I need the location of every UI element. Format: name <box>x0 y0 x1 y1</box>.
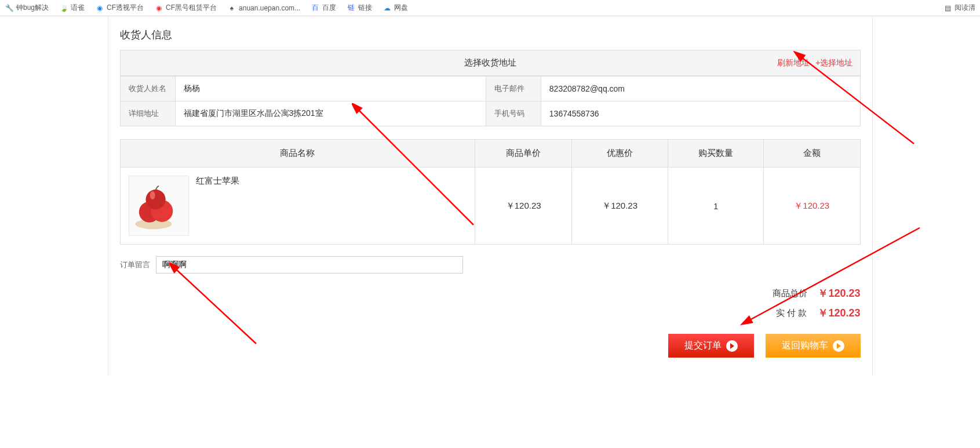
recipient-address-value: 福建省厦门市湖里区水晶公寓3拣201室 <box>175 101 486 126</box>
product-name-text: 红富士苹果 <box>196 176 239 187</box>
section-title-recipient: 收货人信息 <box>120 28 861 42</box>
recipient-phone-value: 13674558736 <box>541 101 860 126</box>
bookmark-icon: 百 <box>311 3 320 13</box>
bookmark-icon: 🔧 <box>5 3 14 13</box>
summary-total-row: 实 付 款 ￥120.23 <box>776 306 860 320</box>
bookmark-item[interactable]: ◉CF透视平台 <box>95 3 144 13</box>
bookmark-item[interactable]: 链链接 <box>347 3 372 13</box>
bookmark-item[interactable]: 百百度 <box>311 3 336 13</box>
recipient-name-value: 杨杨 <box>175 77 486 101</box>
subtotal-label: 商品总价 <box>773 288 807 299</box>
bookmark-item[interactable]: 🍃语雀 <box>59 3 85 13</box>
bookmark-icon: ♠ <box>227 3 236 13</box>
bookmark-item[interactable]: ◉CF黑号租赁平台 <box>154 3 217 13</box>
bookmark-item[interactable]: ☁网盘 <box>382 3 408 13</box>
recipient-email-label: 电子邮件 <box>486 77 541 101</box>
subtotal-value: ￥120.23 <box>814 286 861 300</box>
product-quantity: 1 <box>668 167 764 245</box>
bookmark-icon: ◉ <box>95 3 104 13</box>
action-buttons: 提交订单 返回购物车 <box>668 334 861 358</box>
order-summary: 商品总价 ￥120.23 实 付 款 ￥120.23 提交订单 返回购物车 <box>120 286 861 358</box>
col-unit-price: 商品单价 <box>475 140 571 167</box>
table-row: 收货人姓名 杨杨 电子邮件 823208782@qq.com <box>120 77 860 101</box>
col-product-name: 商品名称 <box>120 140 475 167</box>
summary-subtotal-row: 商品总价 ￥120.23 <box>773 286 861 300</box>
svg-point-4 <box>150 191 155 199</box>
reading-list-icon: ▤ <box>945 4 951 12</box>
product-amount: ￥120.23 <box>764 167 860 245</box>
recipient-email-value: 823208782@qq.com <box>541 77 860 101</box>
address-header-title: 选择收货地址 <box>127 57 853 68</box>
recipient-info-table: 收货人姓名 杨杨 电子邮件 823208782@qq.com 详细地址 福建省厦… <box>120 76 861 126</box>
bookmark-icon: ☁ <box>382 3 392 13</box>
refresh-address-link[interactable]: 刷新地址 <box>777 58 810 68</box>
order-note-row: 订单留言 <box>120 256 861 274</box>
play-circle-icon <box>726 340 738 352</box>
product-unit-price: ￥120.23 <box>475 167 571 245</box>
product-discount: ￥120.23 <box>571 167 668 245</box>
bookmark-icon: 链 <box>347 3 356 13</box>
svg-point-3 <box>145 190 165 209</box>
bookmark-item[interactable]: 🔧钟bug解决 <box>5 3 49 13</box>
recipient-name-label: 收货人姓名 <box>120 77 175 101</box>
product-table: 商品名称 商品单价 优惠价 购买数量 金额 <box>120 139 861 245</box>
bookmarks-right[interactable]: ▤ 阅读清 <box>945 3 975 13</box>
play-circle-icon <box>833 340 844 352</box>
recipient-address-label: 详细地址 <box>120 101 175 126</box>
product-name-cell: 红富士苹果 <box>120 167 475 245</box>
table-header-row: 商品名称 商品单价 优惠价 购买数量 金额 <box>120 140 860 167</box>
order-note-label: 订单留言 <box>120 260 150 270</box>
recipient-phone-label: 手机号码 <box>486 101 541 126</box>
bookmark-item[interactable]: ♠anuan.uepan.com... <box>227 3 300 13</box>
col-discount: 优惠价 <box>571 140 668 167</box>
select-address-link[interactable]: +选择地址 <box>815 58 853 68</box>
product-image <box>129 176 189 236</box>
col-amount: 金额 <box>764 140 860 167</box>
bookmark-icon: ◉ <box>154 3 163 13</box>
total-value: ￥120.23 <box>814 306 861 320</box>
submit-order-button[interactable]: 提交订单 <box>668 334 754 358</box>
table-row: 红富士苹果 ￥120.23 ￥120.23 1 ￥120.23 <box>120 167 860 245</box>
order-note-input[interactable] <box>156 256 463 274</box>
bookmark-icon: 🍃 <box>59 3 68 13</box>
total-label: 实 付 款 <box>776 308 807 319</box>
bookmarks-bar: 🔧钟bug解决 🍃语雀 ◉CF透视平台 ◉CF黑号租赁平台 ♠anuan.uep… <box>0 0 980 16</box>
address-links: 刷新地址 +选择地址 <box>777 58 853 68</box>
back-to-cart-button[interactable]: 返回购物车 <box>766 334 861 358</box>
checkout-page: 收货人信息 选择收货地址 刷新地址 +选择地址 收货人姓名 杨杨 电子邮件 82… <box>108 16 873 376</box>
col-quantity: 购买数量 <box>668 140 764 167</box>
table-row: 详细地址 福建省厦门市湖里区水晶公寓3拣201室 手机号码 1367455873… <box>120 101 860 126</box>
address-header: 选择收货地址 刷新地址 +选择地址 <box>120 50 861 76</box>
